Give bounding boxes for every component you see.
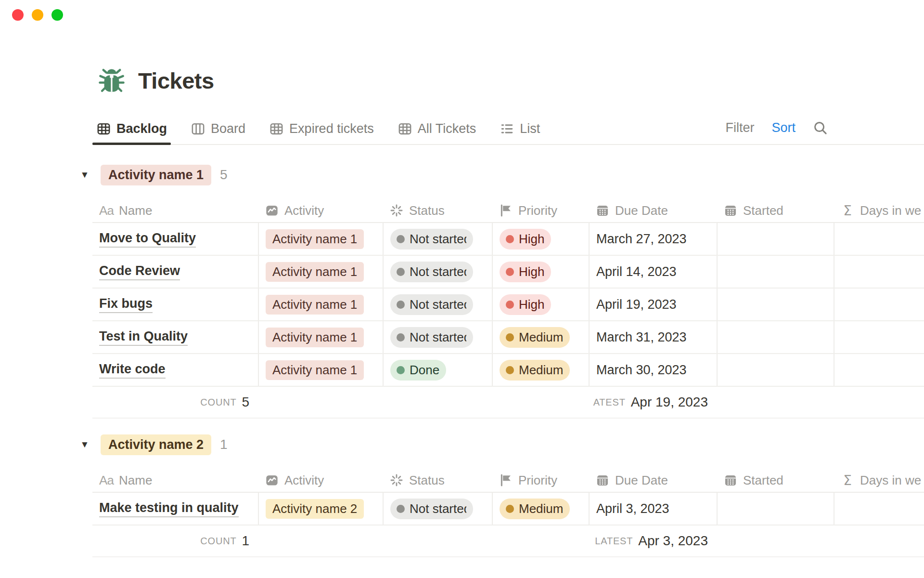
due-date-cell[interactable]: April 3, 2023 xyxy=(596,501,669,516)
window-controls xyxy=(12,9,63,21)
status-badge[interactable]: Not started xyxy=(390,327,473,348)
priority-badge[interactable]: High xyxy=(500,262,551,282)
started-cell[interactable] xyxy=(717,321,834,353)
latest-date-calculation[interactable]: ATEST Apr 19, 2023 xyxy=(589,387,717,418)
ticket-name-link[interactable]: Fix bugs xyxy=(99,296,153,313)
status-badge[interactable]: Done xyxy=(390,360,446,381)
sigma-icon: Σ xyxy=(840,473,855,488)
started-cell[interactable] xyxy=(717,223,834,255)
column-header[interactable]: Activity xyxy=(258,199,383,222)
due-date-cell[interactable]: April 19, 2023 xyxy=(596,297,677,312)
search-icon[interactable] xyxy=(813,120,828,135)
app-window: Tickets Backlog Board xyxy=(0,0,924,578)
grouped-tables: ▼ Activity name 1 5 Aa Name Activity Sta… xyxy=(92,161,924,557)
ticket-name-link[interactable]: Code Review xyxy=(99,263,180,280)
priority-badge[interactable]: Medium xyxy=(500,360,570,381)
count-calculation[interactable]: COUNT 5 xyxy=(92,387,258,418)
ticket-name-link[interactable]: Make testing in quality xyxy=(99,500,239,517)
table-icon xyxy=(96,121,111,136)
started-cell[interactable] xyxy=(717,354,834,386)
tab-label: Expired tickets xyxy=(289,121,374,136)
activity-chip[interactable]: Activity name 1 xyxy=(266,229,364,249)
status-badge[interactable]: Not started xyxy=(390,262,473,282)
group-header: ▼ Activity name 2 1 xyxy=(77,431,924,458)
column-header[interactable]: Priority xyxy=(492,469,589,492)
minimize-button[interactable] xyxy=(32,9,43,21)
calendar-icon xyxy=(723,473,738,487)
column-header[interactable]: Due Date xyxy=(589,199,717,222)
ticket-name-link[interactable]: Test in Quality xyxy=(99,329,188,346)
column-header[interactable]: Status xyxy=(383,199,492,222)
days-in-week-cell[interactable] xyxy=(834,321,924,353)
table-row: Make testing in quality Activity name 2 … xyxy=(92,493,924,525)
due-date-cell[interactable]: March 27, 2023 xyxy=(596,232,687,247)
column-header[interactable]: Aa Name xyxy=(92,469,258,492)
activity-chip[interactable]: Activity name 1 xyxy=(266,262,364,282)
close-button[interactable] xyxy=(12,9,24,21)
group-header: ▼ Activity name 1 5 xyxy=(77,161,924,188)
column-header[interactable]: Σ Days in we xyxy=(834,199,924,222)
collapse-toggle-icon[interactable]: ▼ xyxy=(77,170,93,180)
maximize-button[interactable] xyxy=(51,9,63,21)
group-badge[interactable]: Activity name 1 xyxy=(101,165,211,185)
table-row: Code Review Activity name 1 Not started … xyxy=(92,256,924,289)
tab-backlog[interactable]: Backlog xyxy=(92,118,171,144)
tab-label: Backlog xyxy=(116,121,167,136)
sigma-icon: Σ xyxy=(840,203,855,219)
activity-chip[interactable]: Activity name 2 xyxy=(266,499,364,519)
filter-button[interactable]: Filter xyxy=(725,120,754,135)
column-header[interactable]: Σ Days in we xyxy=(834,469,924,492)
activity-chip[interactable]: Activity name 1 xyxy=(266,295,364,315)
priority-badge[interactable]: High xyxy=(500,294,551,315)
status-badge[interactable]: Not started xyxy=(390,294,473,315)
activity-chip[interactable]: Activity name 1 xyxy=(266,360,364,380)
group-section: ▼ Activity name 1 5 Aa Name Activity Sta… xyxy=(92,161,924,419)
column-header[interactable]: Started xyxy=(717,469,834,492)
column-header[interactable]: Due Date xyxy=(589,469,717,492)
due-date-cell[interactable]: March 30, 2023 xyxy=(596,363,687,378)
tab-all-tickets[interactable]: All Tickets xyxy=(394,118,480,144)
spinner-icon xyxy=(389,204,404,217)
activity-chip[interactable]: Activity name 1 xyxy=(266,328,364,347)
tickets-table: Aa Name Activity Status Priority xyxy=(92,469,924,557)
days-in-week-cell[interactable] xyxy=(834,493,924,525)
relation-icon xyxy=(265,473,279,487)
column-header[interactable]: Status xyxy=(383,469,492,492)
priority-badge[interactable]: Medium xyxy=(500,499,570,519)
tab-label: Board xyxy=(211,121,245,136)
started-cell[interactable] xyxy=(717,256,834,288)
tab-board[interactable]: Board xyxy=(187,118,249,144)
status-badge[interactable]: Not started xyxy=(390,229,473,250)
tab-label: All Tickets xyxy=(418,121,476,136)
column-header[interactable]: Priority xyxy=(492,199,589,222)
ticket-name-link[interactable]: Move to Quality xyxy=(99,231,196,248)
group-count: 1 xyxy=(220,437,228,452)
group-badge[interactable]: Activity name 2 xyxy=(101,434,211,455)
tickets-table: Aa Name Activity Status Priority xyxy=(92,199,924,419)
collapse-toggle-icon[interactable]: ▼ xyxy=(77,439,93,450)
started-cell[interactable] xyxy=(717,289,834,320)
started-cell[interactable] xyxy=(717,493,834,525)
status-badge[interactable]: Not started xyxy=(390,499,473,519)
days-in-week-cell[interactable] xyxy=(834,354,924,386)
days-in-week-cell[interactable] xyxy=(834,256,924,288)
column-header[interactable]: Started xyxy=(717,199,834,222)
sort-button[interactable]: Sort xyxy=(771,120,796,135)
table-icon xyxy=(269,121,284,136)
days-in-week-cell[interactable] xyxy=(834,223,924,255)
column-header[interactable]: Activity xyxy=(258,469,383,492)
ticket-name-link[interactable]: Write code xyxy=(99,362,166,379)
table-header-row: Aa Name Activity Status Priority xyxy=(92,469,924,493)
priority-badge[interactable]: Medium xyxy=(500,327,570,348)
days-in-week-cell[interactable] xyxy=(834,289,924,320)
column-header[interactable]: Aa Name xyxy=(92,199,258,222)
count-calculation[interactable]: COUNT 1 xyxy=(92,525,258,556)
tab-list[interactable]: List xyxy=(496,118,544,144)
status-dot xyxy=(397,505,405,513)
due-date-cell[interactable]: March 31, 2023 xyxy=(596,330,687,345)
latest-date-calculation[interactable]: LATEST Apr 3, 2023 xyxy=(589,525,717,556)
priority-badge[interactable]: High xyxy=(500,229,551,250)
calendar-icon xyxy=(723,204,738,217)
tab-expired-tickets[interactable]: Expired tickets xyxy=(265,118,378,144)
due-date-cell[interactable]: April 14, 2023 xyxy=(596,264,677,279)
